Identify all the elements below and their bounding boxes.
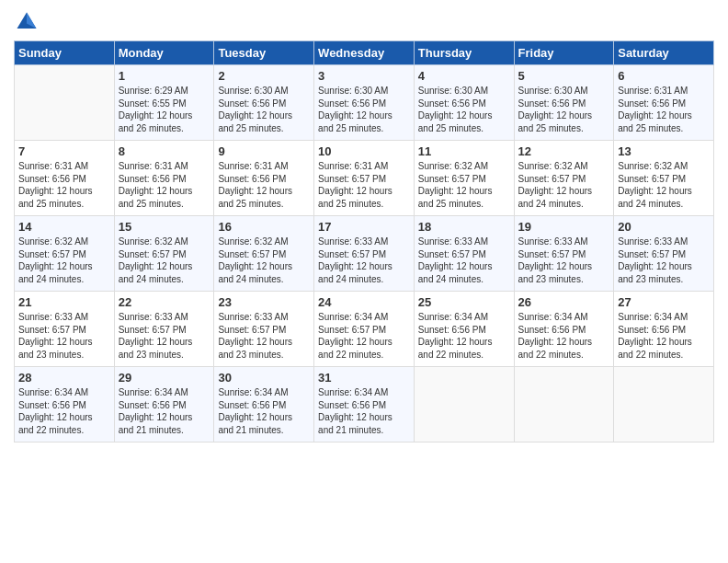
day-info: Sunrise: 6:32 AMSunset: 6:57 PMDaylight:… bbox=[518, 160, 610, 210]
day-cell: 9Sunrise: 6:31 AMSunset: 6:56 PMDaylight… bbox=[214, 141, 314, 216]
day-number: 10 bbox=[318, 144, 410, 158]
day-cell: 2Sunrise: 6:30 AMSunset: 6:56 PMDaylight… bbox=[214, 65, 314, 141]
day-info: Sunrise: 6:34 AMSunset: 6:56 PMDaylight:… bbox=[418, 311, 510, 361]
day-number: 24 bbox=[318, 295, 410, 309]
day-number: 4 bbox=[418, 69, 510, 83]
header bbox=[14, 9, 714, 35]
week-row-5: 28Sunrise: 6:34 AMSunset: 6:56 PMDayligh… bbox=[15, 367, 714, 442]
day-info: Sunrise: 6:30 AMSunset: 6:56 PMDaylight:… bbox=[418, 85, 510, 134]
day-info: Sunrise: 6:32 AMSunset: 6:57 PMDaylight:… bbox=[618, 160, 710, 210]
week-row-2: 7Sunrise: 6:31 AMSunset: 6:56 PMDaylight… bbox=[15, 141, 714, 216]
day-cell: 28Sunrise: 6:34 AMSunset: 6:56 PMDayligh… bbox=[15, 367, 115, 442]
day-number: 23 bbox=[218, 295, 310, 309]
day-number: 28 bbox=[18, 371, 110, 385]
day-info: Sunrise: 6:32 AMSunset: 6:57 PMDaylight:… bbox=[119, 236, 210, 285]
day-info: Sunrise: 6:32 AMSunset: 6:57 PMDaylight:… bbox=[218, 236, 310, 285]
day-number: 9 bbox=[218, 144, 310, 158]
col-header-saturday: Saturday bbox=[614, 41, 714, 65]
day-info: Sunrise: 6:33 AMSunset: 6:57 PMDaylight:… bbox=[218, 311, 310, 361]
day-cell bbox=[414, 367, 514, 442]
col-header-tuesday: Tuesday bbox=[214, 41, 314, 65]
day-number: 22 bbox=[119, 295, 210, 309]
day-number: 8 bbox=[119, 144, 210, 158]
day-cell: 13Sunrise: 6:32 AMSunset: 6:57 PMDayligh… bbox=[614, 141, 714, 216]
week-row-4: 21Sunrise: 6:33 AMSunset: 6:57 PMDayligh… bbox=[15, 292, 714, 367]
day-number: 7 bbox=[18, 144, 110, 158]
day-cell bbox=[514, 367, 614, 442]
day-number: 26 bbox=[518, 295, 610, 309]
day-number: 31 bbox=[318, 371, 410, 385]
day-number: 12 bbox=[518, 144, 610, 158]
day-number: 13 bbox=[618, 144, 710, 158]
day-info: Sunrise: 6:33 AMSunset: 6:57 PMDaylight:… bbox=[518, 236, 610, 285]
day-number: 11 bbox=[418, 144, 510, 158]
day-cell: 19Sunrise: 6:33 AMSunset: 6:57 PMDayligh… bbox=[514, 216, 614, 292]
day-info: Sunrise: 6:33 AMSunset: 6:57 PMDaylight:… bbox=[618, 236, 710, 285]
day-number: 20 bbox=[618, 220, 710, 234]
col-header-friday: Friday bbox=[514, 41, 614, 65]
day-info: Sunrise: 6:31 AMSunset: 6:56 PMDaylight:… bbox=[218, 160, 310, 210]
day-number: 14 bbox=[18, 220, 110, 234]
day-info: Sunrise: 6:33 AMSunset: 6:57 PMDaylight:… bbox=[318, 236, 410, 285]
day-cell: 11Sunrise: 6:32 AMSunset: 6:57 PMDayligh… bbox=[414, 141, 514, 216]
day-number: 3 bbox=[318, 69, 410, 83]
day-cell: 5Sunrise: 6:30 AMSunset: 6:56 PMDaylight… bbox=[514, 65, 614, 141]
day-cell: 20Sunrise: 6:33 AMSunset: 6:57 PMDayligh… bbox=[614, 216, 714, 292]
day-cell: 18Sunrise: 6:33 AMSunset: 6:57 PMDayligh… bbox=[414, 216, 514, 292]
col-header-sunday: Sunday bbox=[15, 41, 115, 65]
day-number: 27 bbox=[618, 295, 710, 309]
day-cell: 10Sunrise: 6:31 AMSunset: 6:57 PMDayligh… bbox=[314, 141, 415, 216]
day-info: Sunrise: 6:34 AMSunset: 6:56 PMDaylight:… bbox=[218, 386, 310, 436]
day-info: Sunrise: 6:34 AMSunset: 6:56 PMDaylight:… bbox=[18, 386, 110, 436]
day-info: Sunrise: 6:29 AMSunset: 6:55 PMDaylight:… bbox=[119, 85, 210, 134]
day-cell: 25Sunrise: 6:34 AMSunset: 6:56 PMDayligh… bbox=[414, 292, 514, 367]
day-info: Sunrise: 6:30 AMSunset: 6:56 PMDaylight:… bbox=[318, 85, 410, 134]
day-number: 16 bbox=[218, 220, 310, 234]
day-cell: 24Sunrise: 6:34 AMSunset: 6:57 PMDayligh… bbox=[314, 292, 415, 367]
day-info: Sunrise: 6:34 AMSunset: 6:56 PMDaylight:… bbox=[518, 311, 610, 361]
day-number: 29 bbox=[119, 371, 210, 385]
day-cell: 14Sunrise: 6:32 AMSunset: 6:57 PMDayligh… bbox=[15, 216, 115, 292]
day-cell: 8Sunrise: 6:31 AMSunset: 6:56 PMDaylight… bbox=[114, 141, 214, 216]
day-number: 6 bbox=[618, 69, 710, 83]
day-number: 1 bbox=[119, 69, 210, 83]
day-number: 17 bbox=[318, 220, 410, 234]
day-cell: 31Sunrise: 6:34 AMSunset: 6:56 PMDayligh… bbox=[314, 367, 415, 442]
day-cell: 22Sunrise: 6:33 AMSunset: 6:57 PMDayligh… bbox=[114, 292, 214, 367]
day-info: Sunrise: 6:31 AMSunset: 6:56 PMDaylight:… bbox=[18, 160, 110, 210]
day-cell: 29Sunrise: 6:34 AMSunset: 6:56 PMDayligh… bbox=[114, 367, 214, 442]
day-cell: 15Sunrise: 6:32 AMSunset: 6:57 PMDayligh… bbox=[114, 216, 214, 292]
day-number: 5 bbox=[518, 69, 610, 83]
day-info: Sunrise: 6:32 AMSunset: 6:57 PMDaylight:… bbox=[418, 160, 510, 210]
day-info: Sunrise: 6:33 AMSunset: 6:57 PMDaylight:… bbox=[18, 311, 110, 361]
day-cell bbox=[614, 367, 714, 442]
day-number: 15 bbox=[119, 220, 210, 234]
day-info: Sunrise: 6:30 AMSunset: 6:56 PMDaylight:… bbox=[218, 85, 310, 134]
day-number: 30 bbox=[218, 371, 310, 385]
day-number: 21 bbox=[18, 295, 110, 309]
day-number: 18 bbox=[418, 220, 510, 234]
day-info: Sunrise: 6:30 AMSunset: 6:56 PMDaylight:… bbox=[518, 85, 610, 134]
day-cell: 16Sunrise: 6:32 AMSunset: 6:57 PMDayligh… bbox=[214, 216, 314, 292]
day-info: Sunrise: 6:34 AMSunset: 6:56 PMDaylight:… bbox=[318, 386, 410, 436]
day-number: 25 bbox=[418, 295, 510, 309]
week-row-3: 14Sunrise: 6:32 AMSunset: 6:57 PMDayligh… bbox=[15, 216, 714, 292]
page-container: SundayMondayTuesdayWednesdayThursdayFrid… bbox=[0, 0, 728, 452]
day-cell: 17Sunrise: 6:33 AMSunset: 6:57 PMDayligh… bbox=[314, 216, 415, 292]
day-number: 19 bbox=[518, 220, 610, 234]
logo-icon bbox=[14, 9, 40, 35]
day-info: Sunrise: 6:32 AMSunset: 6:57 PMDaylight:… bbox=[18, 236, 110, 285]
week-row-1: 1Sunrise: 6:29 AMSunset: 6:55 PMDaylight… bbox=[15, 65, 714, 141]
col-header-wednesday: Wednesday bbox=[314, 41, 415, 65]
header-row: SundayMondayTuesdayWednesdayThursdayFrid… bbox=[15, 41, 714, 65]
day-cell: 26Sunrise: 6:34 AMSunset: 6:56 PMDayligh… bbox=[514, 292, 614, 367]
day-cell: 3Sunrise: 6:30 AMSunset: 6:56 PMDaylight… bbox=[314, 65, 415, 141]
day-cell: 7Sunrise: 6:31 AMSunset: 6:56 PMDaylight… bbox=[15, 141, 115, 216]
day-number: 2 bbox=[218, 69, 310, 83]
day-info: Sunrise: 6:34 AMSunset: 6:56 PMDaylight:… bbox=[119, 386, 210, 436]
day-info: Sunrise: 6:34 AMSunset: 6:56 PMDaylight:… bbox=[618, 311, 710, 361]
day-cell: 27Sunrise: 6:34 AMSunset: 6:56 PMDayligh… bbox=[614, 292, 714, 367]
day-info: Sunrise: 6:34 AMSunset: 6:57 PMDaylight:… bbox=[318, 311, 410, 361]
calendar-table: SundayMondayTuesdayWednesdayThursdayFrid… bbox=[14, 40, 714, 442]
logo bbox=[14, 9, 43, 35]
